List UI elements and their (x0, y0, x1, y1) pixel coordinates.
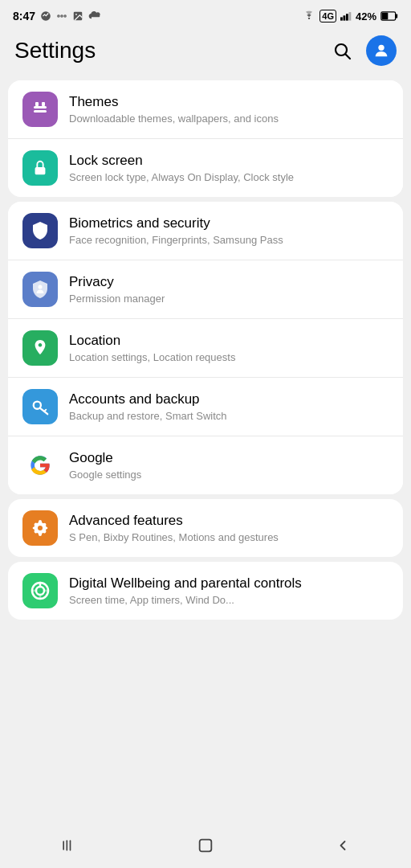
themes-icon (31, 100, 50, 119)
privacy-icon (31, 280, 49, 299)
svg-point-5 (75, 14, 77, 15)
lock-icon-wrap (22, 150, 58, 186)
settings-group-4: Digital Wellbeing and parental controls … (8, 562, 403, 620)
status-bar: 8:47 4G 42% (0, 0, 411, 29)
main-content: Themes Downloadable themes, wallpapers, … (0, 80, 411, 673)
svg-rect-18 (35, 102, 39, 106)
recent-apps-icon (60, 837, 76, 854)
settings-group-2: Biometrics and security Face recognition… (8, 202, 403, 494)
location-icon-wrap (22, 330, 58, 366)
time-display: 8:47 (13, 10, 35, 23)
cloud-icon (88, 10, 101, 22)
page-header: Settings (0, 29, 411, 76)
home-icon (197, 837, 214, 854)
svg-rect-16 (34, 106, 47, 108)
accounts-title: Accounts and backup (69, 391, 389, 408)
svg-rect-20 (35, 167, 46, 174)
google-icon-wrap (22, 448, 58, 483)
lock-screen-item[interactable]: Lock screen Screen lock type, Always On … (8, 139, 403, 197)
svg-point-1 (61, 15, 63, 17)
privacy-text: Privacy Permission manager (69, 273, 389, 306)
advanced-item[interactable]: Advanced features S Pen, Bixby Routines,… (8, 499, 403, 557)
google-subtitle: Google settings (69, 469, 389, 482)
privacy-icon-wrap (22, 272, 58, 307)
wifi-icon (303, 10, 315, 22)
themes-text: Themes Downloadable themes, wallpapers, … (69, 93, 389, 126)
svg-rect-8 (346, 14, 348, 20)
back-button[interactable] (319, 829, 367, 862)
lock-icon (31, 159, 49, 177)
recent-apps-button[interactable] (44, 829, 92, 862)
battery-level: 42% (356, 10, 376, 23)
key-icon (31, 398, 49, 416)
google-title: Google (69, 449, 389, 467)
privacy-title: Privacy (69, 273, 389, 291)
network-badge: 4G (319, 10, 336, 23)
svg-rect-12 (382, 13, 389, 19)
search-button[interactable] (328, 36, 356, 65)
header-actions (328, 35, 397, 66)
messenger-icon (40, 10, 51, 22)
status-indicators: 4G 42% (303, 10, 398, 23)
svg-rect-9 (348, 12, 351, 21)
svg-rect-11 (396, 14, 398, 18)
biometrics-icon-wrap (22, 213, 58, 248)
svg-rect-19 (42, 102, 45, 106)
person-icon (372, 42, 390, 59)
advanced-text: Advanced features S Pen, Bixby Routines,… (69, 512, 389, 545)
biometrics-item[interactable]: Biometrics and security Face recognition… (8, 202, 403, 260)
privacy-item[interactable]: Privacy Permission manager (8, 260, 403, 319)
home-button[interactable] (181, 829, 230, 862)
signal-icon (340, 10, 352, 22)
google-text: Google Google settings (69, 449, 389, 482)
svg-line-24 (45, 410, 47, 411)
settings-group-3: Advanced features S Pen, Bixby Routines,… (8, 499, 403, 557)
wellbeing-icon (31, 581, 50, 600)
themes-item[interactable]: Themes Downloadable themes, wallpapers, … (8, 80, 403, 139)
accounts-text: Accounts and backup Backup and restore, … (69, 391, 389, 424)
lock-screen-title: Lock screen (69, 152, 389, 170)
search-icon (332, 41, 352, 60)
location-item[interactable]: Location Location settings, Location req… (8, 319, 403, 378)
biometrics-subtitle: Face recognition, Fingerprints, Samsung … (69, 234, 389, 248)
wellbeing-title: Digital Wellbeing and parental controls (69, 575, 389, 592)
location-subtitle: Location settings, Location requests (69, 351, 389, 365)
svg-line-14 (346, 55, 351, 59)
page-title: Settings (14, 38, 96, 63)
wellbeing-text: Digital Wellbeing and parental controls … (69, 575, 389, 608)
advanced-icon-wrap (22, 510, 58, 546)
svg-point-25 (38, 526, 43, 530)
privacy-subtitle: Permission manager (69, 293, 389, 306)
location-text: Location Location settings, Location req… (69, 332, 389, 365)
lock-screen-text: Lock screen Screen lock type, Always On … (69, 152, 389, 185)
svg-rect-7 (343, 15, 345, 20)
themes-icon-wrap (22, 92, 58, 127)
gear-flower-icon (31, 518, 50, 538)
accounts-item[interactable]: Accounts and backup Backup and restore, … (8, 378, 403, 436)
svg-point-21 (39, 285, 43, 289)
svg-point-27 (36, 587, 44, 595)
wellbeing-subtitle: Screen time, App timers, Wind Do... (69, 594, 389, 608)
svg-point-2 (58, 15, 59, 17)
svg-rect-17 (34, 110, 47, 113)
image-icon (72, 10, 83, 22)
advanced-title: Advanced features (69, 512, 389, 530)
wellbeing-icon-wrap (22, 573, 58, 608)
svg-point-15 (378, 45, 384, 51)
grid-icon (56, 10, 67, 22)
lock-screen-subtitle: Screen lock type, Always On Display, Clo… (69, 171, 389, 185)
user-avatar-button[interactable] (366, 35, 397, 66)
svg-rect-35 (200, 840, 212, 852)
settings-group-1: Themes Downloadable themes, wallpapers, … (8, 80, 403, 197)
shield-solid-icon (31, 221, 49, 240)
google-item[interactable]: Google Google settings (8, 436, 403, 494)
bottom-navigation (0, 826, 411, 868)
google-icon (29, 454, 51, 477)
status-time: 8:47 (13, 10, 101, 23)
advanced-subtitle: S Pen, Bixby Routines, Motions and gestu… (69, 531, 389, 545)
biometrics-title: Biometrics and security (69, 215, 389, 232)
wellbeing-item[interactable]: Digital Wellbeing and parental controls … (8, 562, 403, 620)
svg-point-3 (64, 15, 66, 17)
battery-icon (380, 11, 398, 21)
back-icon (335, 837, 351, 854)
